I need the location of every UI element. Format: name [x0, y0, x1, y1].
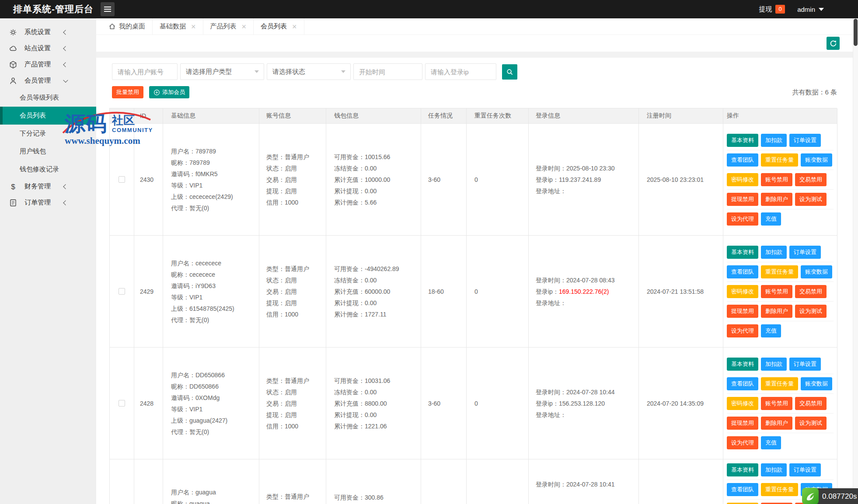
- sidebar-subitem-用户钱包[interactable]: 用户钱包: [0, 143, 96, 160]
- action-查看团队[interactable]: 查看团队: [727, 153, 758, 167]
- cell-line: 累计充值：8800.00: [334, 398, 421, 409]
- add-member-button[interactable]: 添加会员: [149, 86, 189, 98]
- cell-account-info: 类型：普通用户状态：启用: [259, 459, 326, 504]
- action-密码修改[interactable]: 密码修改: [727, 285, 758, 298]
- thinkphp-logo-icon[interactable]: [802, 488, 819, 504]
- withdraw-button[interactable]: 提现 0: [759, 5, 785, 14]
- user-menu[interactable]: admin: [797, 6, 824, 13]
- sidebar-item-会员管理[interactable]: 会员管理: [0, 73, 96, 89]
- action-重置任务量[interactable]: 重置任务量: [761, 153, 798, 167]
- action-提现禁用[interactable]: 提现禁用: [727, 193, 758, 206]
- search-button[interactable]: [502, 64, 517, 80]
- action-加扣款[interactable]: 加扣款: [761, 246, 787, 259]
- sidebar-subitem-会员等级列表[interactable]: 会员等级列表: [0, 89, 96, 107]
- action-重置任务量[interactable]: 重置任务量: [761, 265, 798, 278]
- action-line: 提现禁用删除用户设为测试: [727, 302, 834, 321]
- action-加扣款[interactable]: 加扣款: [761, 463, 787, 476]
- action-充值[interactable]: 充值: [761, 324, 781, 337]
- status-select[interactable]: 请选择状态: [267, 63, 351, 80]
- action-密码修改[interactable]: 密码修改: [727, 173, 758, 186]
- sidebar-subitem-会员列表[interactable]: 会员列表: [0, 107, 96, 125]
- cell-line: 上级：guagua(2427): [171, 415, 259, 426]
- sidebar-item-财务管理[interactable]: $财务管理: [0, 178, 96, 195]
- action-设为测试[interactable]: 设为测试: [795, 305, 827, 318]
- action-订单设置[interactable]: 订单设置: [789, 358, 821, 371]
- debug-time-value: 0.087720s: [822, 492, 857, 501]
- sidebar-item-产品管理[interactable]: 产品管理: [0, 56, 96, 73]
- action-充值[interactable]: 充值: [761, 436, 781, 449]
- sidebar-subitem-钱包修改记录[interactable]: 钱包修改记录: [0, 160, 96, 178]
- sidebar-item-订单管理[interactable]: 订单管理: [0, 195, 96, 211]
- action-订单设置[interactable]: 订单设置: [789, 463, 821, 476]
- action-查看团队[interactable]: 查看团队: [727, 265, 758, 278]
- header-select-all: [110, 108, 134, 124]
- action-账号禁用[interactable]: 账号禁用: [761, 285, 792, 298]
- action-账号禁用[interactable]: 账号禁用: [761, 173, 792, 186]
- action-交易禁用[interactable]: 交易禁用: [795, 173, 827, 186]
- cell-register-time: [639, 459, 723, 504]
- action-交易禁用[interactable]: 交易禁用: [795, 397, 827, 410]
- start-time-input[interactable]: [353, 63, 422, 80]
- action-设为代理[interactable]: 设为代理: [727, 436, 758, 449]
- action-密码修改[interactable]: 密码修改: [727, 397, 758, 410]
- tab-close-icon[interactable]: ×: [292, 23, 297, 31]
- cell-line: 信用：1000: [266, 309, 326, 320]
- scrollbar-thumb[interactable]: [854, 19, 858, 46]
- login-address: 登录地址：: [536, 297, 638, 309]
- refresh-button[interactable]: [827, 37, 840, 50]
- sidebar-subitem-下分记录[interactable]: 下分记录: [0, 125, 96, 143]
- tab-产品列表[interactable]: 产品列表×: [203, 18, 254, 35]
- action-提现禁用[interactable]: 提现禁用: [727, 417, 758, 430]
- tab-我的桌面[interactable]: 我的桌面: [101, 18, 153, 35]
- action-设为代理[interactable]: 设为代理: [727, 212, 758, 226]
- action-设为测试[interactable]: 设为测试: [795, 193, 827, 206]
- product-icon: [9, 60, 17, 69]
- action-删除用户[interactable]: 删除用户: [761, 417, 792, 430]
- action-交易禁用[interactable]: 交易禁用: [795, 285, 827, 298]
- action-充值[interactable]: 充值: [761, 212, 781, 226]
- cell-line: 昵称：789789: [171, 157, 259, 168]
- action-加扣款[interactable]: 加扣款: [761, 358, 787, 371]
- tab-close-icon[interactable]: ×: [191, 23, 196, 31]
- action-账变数据[interactable]: 账变数据: [801, 153, 832, 167]
- row-checkbox[interactable]: [119, 176, 125, 183]
- action-账号禁用[interactable]: 账号禁用: [761, 397, 792, 410]
- action-基本资料[interactable]: 基本资料: [727, 246, 758, 259]
- tab-基础数据[interactable]: 基础数据×: [153, 18, 203, 35]
- action-账变数据[interactable]: 账变数据: [801, 377, 832, 390]
- select-all-checkbox[interactable]: [119, 113, 125, 119]
- action-基本资料[interactable]: 基本资料: [727, 358, 758, 371]
- action-设为测试[interactable]: 设为测试: [795, 417, 827, 430]
- row-checkbox[interactable]: [119, 400, 125, 407]
- action-重置任务量[interactable]: 重置任务量: [761, 377, 798, 390]
- sidebar-item-系统设置[interactable]: 系统设置: [0, 24, 96, 40]
- action-订单设置[interactable]: 订单设置: [789, 246, 821, 259]
- user-type-select[interactable]: 请选择用户类型: [180, 63, 264, 80]
- cell-line: 提现：启用: [266, 297, 326, 309]
- action-删除用户[interactable]: 删除用户: [761, 305, 792, 318]
- action-提现禁用[interactable]: 提现禁用: [727, 305, 758, 318]
- action-查看团队[interactable]: 查看团队: [727, 483, 758, 496]
- row-checkbox[interactable]: [119, 288, 125, 295]
- cell-line: 类型：普通用户: [266, 263, 326, 275]
- cell-register-time: 2025-08-10 23:23:01: [639, 124, 723, 236]
- action-账变数据[interactable]: 账变数据: [801, 265, 832, 278]
- action-重置任务量[interactable]: 重置任务量: [761, 483, 798, 496]
- action-基本资料[interactable]: 基本资料: [727, 463, 758, 476]
- action-line: 查看团队重置任务量账变数据: [727, 150, 834, 170]
- action-设为代理[interactable]: 设为代理: [727, 324, 758, 337]
- hamburger-menu-icon[interactable]: [101, 2, 115, 16]
- batch-disable-button[interactable]: 批量禁用: [112, 86, 143, 98]
- action-删除用户[interactable]: 删除用户: [761, 193, 792, 206]
- action-加扣款[interactable]: 加扣款: [761, 134, 787, 147]
- account-input[interactable]: [112, 63, 178, 80]
- tab-会员列表[interactable]: 会员列表×: [254, 18, 304, 35]
- sidebar-item-label: 订单管理: [24, 198, 51, 207]
- sidebar-item-站点设置[interactable]: 站点设置: [0, 40, 96, 56]
- action-查看团队[interactable]: 查看团队: [727, 377, 758, 390]
- cell-line: 用户名：guagua: [171, 487, 259, 498]
- action-订单设置[interactable]: 订单设置: [789, 134, 821, 147]
- login-ip-input[interactable]: [425, 63, 496, 80]
- action-基本资料[interactable]: 基本资料: [727, 134, 758, 147]
- tab-close-icon[interactable]: ×: [242, 23, 247, 31]
